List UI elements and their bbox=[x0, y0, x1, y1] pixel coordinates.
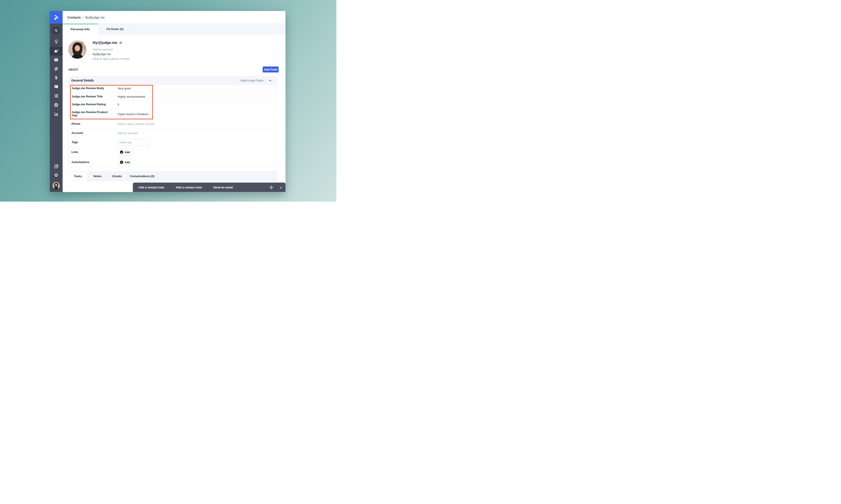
sidebar-item-campaigns[interactable] bbox=[50, 56, 63, 64]
personal-info-content: lily@judge.me ⚙ Add an account lily@judg… bbox=[63, 34, 286, 192]
list-icon bbox=[54, 94, 58, 98]
field-value[interactable]: Highly recommended bbox=[118, 95, 145, 98]
sidebar-item-deals[interactable]: $ bbox=[50, 73, 63, 82]
main-area: Contacts / lily@judge.me Personal Info A… bbox=[63, 11, 286, 192]
chevron-down-icon bbox=[269, 79, 274, 82]
sidebar-item-search[interactable] bbox=[50, 26, 63, 35]
contact-name: lily@judge.me bbox=[92, 40, 117, 45]
sidebar-item-settings[interactable]: ⚙ bbox=[50, 171, 63, 179]
sidebar-item-automations[interactable] bbox=[50, 65, 63, 73]
globe-icon bbox=[54, 103, 58, 107]
plus-icon: + bbox=[120, 161, 123, 164]
action-bar-spacer bbox=[239, 183, 267, 192]
tab-notes[interactable]: Notes bbox=[88, 172, 107, 181]
bar-chart-icon bbox=[54, 111, 58, 116]
panel-title: General Details bbox=[71, 79, 94, 82]
sidebar-item-site[interactable] bbox=[50, 101, 63, 109]
sidebar-item-lists[interactable] bbox=[50, 92, 63, 100]
field-value[interactable]: Clyde Autumn Sneakers bbox=[118, 112, 149, 115]
copy-windows-icon bbox=[54, 164, 58, 168]
field-label: Account bbox=[68, 131, 118, 135]
drag-move-handle[interactable] bbox=[267, 183, 276, 192]
sidebar-item-apps[interactable] bbox=[50, 162, 63, 170]
tab-personal-info[interactable]: Personal Info bbox=[63, 24, 98, 34]
chat-bubble-icon bbox=[54, 85, 58, 89]
plus-icon: + bbox=[120, 150, 123, 154]
collapse-bar-button[interactable]: ▲ bbox=[276, 183, 286, 192]
contact-identity: lily@judge.me ⚙ Add an account lily@judg… bbox=[92, 40, 130, 60]
add-account-link[interactable]: Add an account bbox=[92, 48, 130, 51]
field-value[interactable]: Very good bbox=[118, 87, 131, 90]
header-divider bbox=[265, 77, 265, 85]
tab-conversations[interactable]: Conversations (0) bbox=[127, 172, 157, 181]
field-row-account: Account Add an account bbox=[68, 129, 276, 138]
user-avatar bbox=[52, 182, 60, 189]
contact-settings-gear-icon[interactable]: ⚙ bbox=[119, 41, 122, 44]
field-row-review-title: Judge.me Review Title Highly recommended bbox=[68, 93, 276, 101]
sidebar-nav: $ bbox=[50, 11, 63, 192]
add-automation-button[interactable]: + Add bbox=[118, 159, 132, 165]
tab-tasks[interactable]: Tasks bbox=[68, 172, 87, 181]
sidebar-item-contacts[interactable] bbox=[50, 47, 63, 55]
breadcrumb-current: lily@judge.me bbox=[85, 16, 105, 19]
field-label: Phone bbox=[68, 122, 118, 126]
add-contact-task-button[interactable]: Add a contact task bbox=[133, 183, 170, 192]
breadcrumb-separator: / bbox=[83, 16, 83, 19]
field-label: Judge.me Review Rating bbox=[68, 103, 118, 106]
collapse-panel-button[interactable] bbox=[269, 78, 274, 83]
desktop-background: $ bbox=[0, 0, 337, 202]
activecampaign-logo-icon bbox=[53, 15, 59, 20]
field-label: Judge.me Review Body bbox=[68, 87, 118, 90]
add-phone-link[interactable]: Click to add a phone number bbox=[92, 57, 130, 60]
field-row-review-body: Judge.me Review Body Very good bbox=[68, 85, 276, 92]
lightbulb-icon bbox=[54, 39, 58, 44]
add-button-label: Add bbox=[124, 161, 130, 164]
tab-all-deals[interactable]: All Deals (0) bbox=[98, 24, 132, 34]
field-row-lists: Lists + Add bbox=[68, 147, 276, 157]
crm-app-window: $ bbox=[50, 11, 286, 192]
add-list-button[interactable]: + Add bbox=[118, 149, 132, 155]
dollar-icon: $ bbox=[55, 75, 57, 80]
triangle-up-icon: ▲ bbox=[280, 186, 282, 188]
sidebar-item-profile[interactable] bbox=[50, 181, 63, 190]
field-row-review-rating: Judge.me Review Rating 5 bbox=[68, 101, 276, 109]
sidebar-item-reports[interactable] bbox=[50, 110, 63, 118]
contact-avatar[interactable] bbox=[68, 40, 87, 59]
field-row-phone: Phone Click to add a phone number bbox=[68, 120, 276, 129]
field-label: Lists bbox=[68, 150, 118, 154]
contact-tabs: Personal Info All Deals (0) bbox=[63, 24, 286, 34]
add-field-button[interactable]: Add Field bbox=[263, 67, 278, 73]
sidebar-item-ideas[interactable] bbox=[50, 37, 63, 46]
move-icon bbox=[269, 185, 273, 189]
general-details-panel: General Details Hide Empty Fields bbox=[68, 76, 277, 167]
field-row-automations: Automations + Add bbox=[68, 157, 276, 167]
contacts-icon bbox=[54, 49, 59, 54]
sidebar-item-conversations[interactable] bbox=[50, 83, 63, 91]
send-email-button[interactable]: Send an email bbox=[208, 183, 239, 192]
field-label: Judge.me Review Title bbox=[68, 95, 118, 98]
breadcrumb-contacts-link[interactable]: Contacts bbox=[67, 16, 81, 19]
settings-gear-icon: ⚙ bbox=[54, 173, 58, 178]
field-row-review-product-title: Judge.me Review Product Title Clyde Autu… bbox=[68, 109, 276, 120]
field-label: Judge.me Review Product Title bbox=[68, 110, 118, 118]
add-contact-note-button[interactable]: Add a contact note bbox=[170, 183, 208, 192]
field-row-tags: Tags bbox=[68, 138, 276, 147]
tags-input[interactable] bbox=[118, 140, 149, 145]
tab-emails[interactable]: Emails bbox=[107, 172, 127, 181]
field-value[interactable]: 5 bbox=[118, 103, 119, 106]
add-button-label: Add bbox=[124, 150, 130, 154]
email-icon bbox=[54, 57, 58, 62]
field-label: Tags bbox=[68, 141, 118, 144]
field-placeholder[interactable]: Add an account bbox=[118, 132, 138, 135]
activity-tabs: Tasks Notes Emails Conversations (0) bbox=[68, 172, 277, 181]
automations-sync-icon bbox=[54, 67, 58, 71]
breadcrumb: Contacts / lily@judge.me bbox=[63, 11, 286, 24]
field-label: Automations bbox=[68, 160, 118, 164]
about-heading: ABOUT bbox=[68, 68, 78, 71]
contact-action-bar: Add a contact task Add a contact note Se… bbox=[133, 183, 286, 192]
search-icon bbox=[52, 27, 60, 34]
general-details-header: General Details Hide Empty Fields bbox=[68, 77, 276, 85]
field-placeholder[interactable]: Click to add a phone number bbox=[118, 122, 155, 125]
sidebar-item-home[interactable] bbox=[50, 11, 63, 24]
hide-empty-fields-link[interactable]: Hide Empty Fields bbox=[241, 79, 263, 82]
